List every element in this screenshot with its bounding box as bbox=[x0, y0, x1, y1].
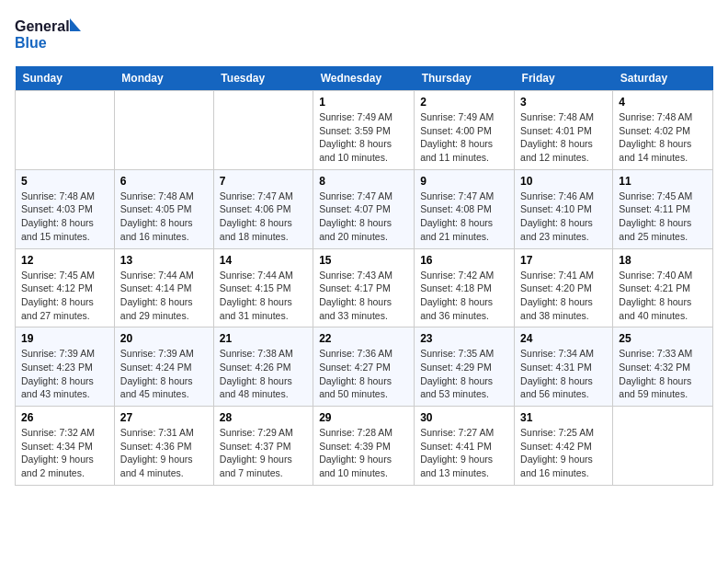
day-number: 15 bbox=[319, 254, 408, 267]
calendar-cell: 25Sunrise: 7:33 AM Sunset: 4:32 PM Dayli… bbox=[613, 327, 713, 407]
day-number: 19 bbox=[21, 332, 108, 345]
calendar-cell: 10Sunrise: 7:46 AM Sunset: 4:10 PM Dayli… bbox=[515, 169, 613, 248]
calendar-cell bbox=[114, 91, 213, 170]
calendar-week-row: 19Sunrise: 7:39 AM Sunset: 4:23 PM Dayli… bbox=[16, 327, 713, 407]
day-number: 20 bbox=[120, 332, 208, 345]
calendar-cell: 31Sunrise: 7:25 AM Sunset: 4:42 PM Dayli… bbox=[515, 407, 613, 486]
day-number: 8 bbox=[319, 175, 408, 188]
day-info: Sunrise: 7:43 AM Sunset: 4:17 PM Dayligh… bbox=[319, 269, 408, 323]
calendar-cell: 30Sunrise: 7:27 AM Sunset: 4:41 PM Dayli… bbox=[415, 407, 515, 486]
calendar-cell: 11Sunrise: 7:45 AM Sunset: 4:11 PM Dayli… bbox=[613, 169, 713, 248]
calendar-cell: 12Sunrise: 7:45 AM Sunset: 4:12 PM Dayli… bbox=[16, 248, 115, 327]
calendar-cell: 19Sunrise: 7:39 AM Sunset: 4:23 PM Dayli… bbox=[16, 327, 115, 407]
day-number: 31 bbox=[520, 411, 607, 424]
day-info: Sunrise: 7:28 AM Sunset: 4:39 PM Dayligh… bbox=[319, 426, 408, 480]
day-info: Sunrise: 7:45 AM Sunset: 4:11 PM Dayligh… bbox=[619, 190, 707, 244]
day-number: 21 bbox=[220, 332, 307, 345]
day-number: 11 bbox=[619, 175, 707, 188]
calendar-cell bbox=[16, 91, 115, 170]
svg-marker-2 bbox=[70, 18, 81, 31]
calendar-cell: 5Sunrise: 7:48 AM Sunset: 4:03 PM Daylig… bbox=[16, 169, 115, 248]
day-info: Sunrise: 7:47 AM Sunset: 4:07 PM Dayligh… bbox=[319, 190, 408, 244]
calendar-cell: 23Sunrise: 7:35 AM Sunset: 4:29 PM Dayli… bbox=[415, 327, 515, 407]
weekday-header-tuesday: Tuesday bbox=[213, 66, 313, 91]
calendar-week-row: 26Sunrise: 7:32 AM Sunset: 4:34 PM Dayli… bbox=[16, 407, 713, 486]
day-number: 25 bbox=[619, 332, 707, 345]
calendar-cell: 18Sunrise: 7:40 AM Sunset: 4:21 PM Dayli… bbox=[613, 248, 713, 327]
day-number: 26 bbox=[21, 411, 108, 424]
day-number: 30 bbox=[420, 411, 508, 424]
weekday-header-wednesday: Wednesday bbox=[313, 66, 415, 91]
calendar-cell: 29Sunrise: 7:28 AM Sunset: 4:39 PM Dayli… bbox=[313, 407, 415, 486]
day-info: Sunrise: 7:27 AM Sunset: 4:41 PM Dayligh… bbox=[420, 426, 508, 480]
weekday-header-row: SundayMondayTuesdayWednesdayThursdayFrid… bbox=[16, 66, 713, 91]
day-info: Sunrise: 7:48 AM Sunset: 4:05 PM Dayligh… bbox=[120, 190, 208, 244]
calendar-cell: 8Sunrise: 7:47 AM Sunset: 4:07 PM Daylig… bbox=[313, 169, 415, 248]
day-number: 13 bbox=[120, 254, 208, 267]
calendar-week-row: 5Sunrise: 7:48 AM Sunset: 4:03 PM Daylig… bbox=[16, 169, 713, 248]
day-info: Sunrise: 7:48 AM Sunset: 4:01 PM Dayligh… bbox=[520, 110, 607, 165]
day-info: Sunrise: 7:49 AM Sunset: 3:59 PM Dayligh… bbox=[319, 110, 408, 165]
day-number: 1 bbox=[319, 96, 408, 109]
weekday-header-saturday: Saturday bbox=[613, 66, 713, 91]
day-info: Sunrise: 7:47 AM Sunset: 4:08 PM Dayligh… bbox=[420, 190, 508, 244]
calendar-cell: 24Sunrise: 7:34 AM Sunset: 4:31 PM Dayli… bbox=[515, 327, 613, 407]
day-info: Sunrise: 7:39 AM Sunset: 4:24 PM Dayligh… bbox=[120, 347, 208, 401]
day-number: 7 bbox=[220, 175, 307, 188]
day-info: Sunrise: 7:48 AM Sunset: 4:02 PM Dayligh… bbox=[619, 110, 707, 165]
day-info: Sunrise: 7:49 AM Sunset: 4:00 PM Dayligh… bbox=[420, 110, 508, 165]
day-info: Sunrise: 7:48 AM Sunset: 4:03 PM Dayligh… bbox=[21, 190, 108, 244]
day-number: 16 bbox=[420, 254, 508, 267]
day-info: Sunrise: 7:47 AM Sunset: 4:06 PM Dayligh… bbox=[220, 190, 307, 244]
day-number: 22 bbox=[319, 332, 408, 345]
calendar-cell: 26Sunrise: 7:32 AM Sunset: 4:34 PM Dayli… bbox=[16, 407, 115, 486]
day-number: 3 bbox=[520, 96, 607, 109]
weekday-header-thursday: Thursday bbox=[415, 66, 515, 91]
day-number: 5 bbox=[21, 175, 108, 188]
day-info: Sunrise: 7:34 AM Sunset: 4:31 PM Dayligh… bbox=[520, 347, 607, 401]
day-number: 6 bbox=[120, 175, 208, 188]
day-info: Sunrise: 7:31 AM Sunset: 4:36 PM Dayligh… bbox=[120, 426, 208, 480]
day-number: 17 bbox=[520, 254, 607, 267]
calendar-cell: 2Sunrise: 7:49 AM Sunset: 4:00 PM Daylig… bbox=[415, 91, 515, 170]
calendar-cell: 28Sunrise: 7:29 AM Sunset: 4:37 PM Dayli… bbox=[213, 407, 313, 486]
weekday-header-friday: Friday bbox=[515, 66, 613, 91]
day-number: 14 bbox=[220, 254, 307, 267]
calendar-table: SundayMondayTuesdayWednesdayThursdayFrid… bbox=[15, 66, 713, 486]
day-info: Sunrise: 7:40 AM Sunset: 4:21 PM Dayligh… bbox=[619, 269, 707, 323]
calendar-cell: 16Sunrise: 7:42 AM Sunset: 4:18 PM Dayli… bbox=[415, 248, 515, 327]
calendar-cell: 3Sunrise: 7:48 AM Sunset: 4:01 PM Daylig… bbox=[515, 91, 613, 170]
day-info: Sunrise: 7:42 AM Sunset: 4:18 PM Dayligh… bbox=[420, 269, 508, 323]
calendar-cell: 4Sunrise: 7:48 AM Sunset: 4:02 PM Daylig… bbox=[613, 91, 713, 170]
calendar-cell: 9Sunrise: 7:47 AM Sunset: 4:08 PM Daylig… bbox=[415, 169, 515, 248]
day-info: Sunrise: 7:29 AM Sunset: 4:37 PM Dayligh… bbox=[220, 426, 307, 480]
day-info: Sunrise: 7:36 AM Sunset: 4:27 PM Dayligh… bbox=[319, 347, 408, 401]
day-number: 2 bbox=[420, 96, 508, 109]
day-number: 18 bbox=[619, 254, 707, 267]
calendar-cell: 7Sunrise: 7:47 AM Sunset: 4:06 PM Daylig… bbox=[213, 169, 313, 248]
day-info: Sunrise: 7:46 AM Sunset: 4:10 PM Dayligh… bbox=[520, 190, 607, 244]
calendar-cell bbox=[613, 407, 713, 486]
day-info: Sunrise: 7:44 AM Sunset: 4:14 PM Dayligh… bbox=[120, 269, 208, 323]
day-info: Sunrise: 7:45 AM Sunset: 4:12 PM Dayligh… bbox=[21, 269, 108, 323]
calendar-cell bbox=[213, 91, 313, 170]
day-info: Sunrise: 7:39 AM Sunset: 4:23 PM Dayligh… bbox=[21, 347, 108, 401]
weekday-header-monday: Monday bbox=[114, 66, 213, 91]
day-info: Sunrise: 7:41 AM Sunset: 4:20 PM Dayligh… bbox=[520, 269, 607, 323]
day-number: 10 bbox=[520, 175, 607, 188]
calendar-cell: 1Sunrise: 7:49 AM Sunset: 3:59 PM Daylig… bbox=[313, 91, 415, 170]
day-info: Sunrise: 7:25 AM Sunset: 4:42 PM Dayligh… bbox=[520, 426, 607, 480]
calendar-cell: 17Sunrise: 7:41 AM Sunset: 4:20 PM Dayli… bbox=[515, 248, 613, 327]
day-info: Sunrise: 7:35 AM Sunset: 4:29 PM Dayligh… bbox=[420, 347, 508, 401]
calendar-cell: 27Sunrise: 7:31 AM Sunset: 4:36 PM Dayli… bbox=[114, 407, 213, 486]
day-number: 24 bbox=[520, 332, 607, 345]
day-number: 29 bbox=[319, 411, 408, 424]
header: GeneralBlue bbox=[15, 15, 713, 55]
day-info: Sunrise: 7:32 AM Sunset: 4:34 PM Dayligh… bbox=[21, 426, 108, 480]
day-number: 12 bbox=[21, 254, 108, 267]
day-info: Sunrise: 7:33 AM Sunset: 4:32 PM Dayligh… bbox=[619, 347, 707, 401]
day-number: 27 bbox=[120, 411, 208, 424]
calendar-week-row: 12Sunrise: 7:45 AM Sunset: 4:12 PM Dayli… bbox=[16, 248, 713, 327]
day-info: Sunrise: 7:44 AM Sunset: 4:15 PM Dayligh… bbox=[220, 269, 307, 323]
logo-svg: GeneralBlue bbox=[15, 15, 81, 55]
